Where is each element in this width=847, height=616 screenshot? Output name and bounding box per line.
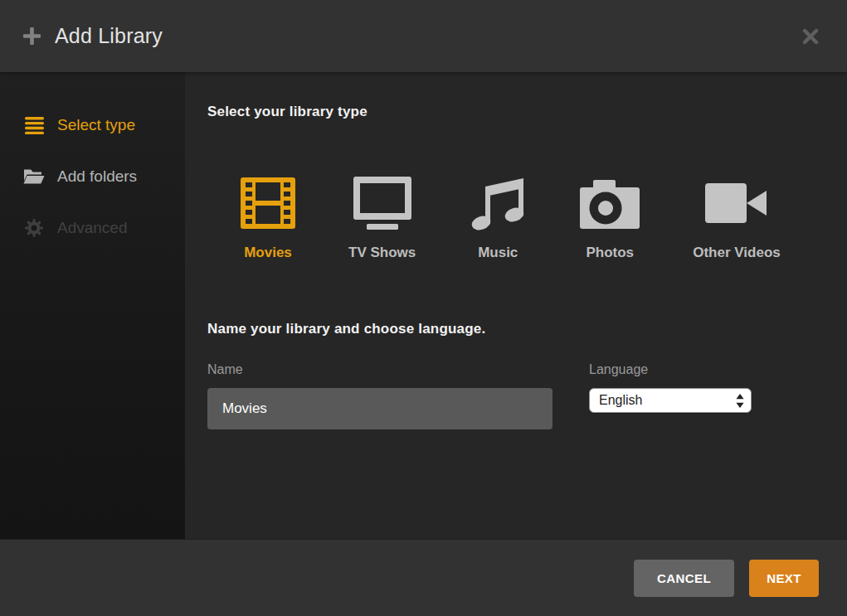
type-music[interactable]: Music (469, 175, 527, 261)
dialog-body: Select type Add folders (0, 72, 847, 539)
music-note-icon (469, 175, 527, 231)
name-label: Name (207, 362, 552, 377)
sidebar-item-label: Advanced (57, 219, 128, 237)
language-label: Language (589, 362, 752, 377)
sidebar-item-label: Select type (57, 116, 135, 134)
main-panel: Select your library type (185, 72, 847, 539)
type-label: Photos (586, 245, 634, 261)
dialog-footer: CANCEL NEXT (0, 539, 847, 616)
language-field-group: Language English (589, 362, 752, 429)
cancel-button[interactable]: CANCEL (634, 560, 734, 597)
folder-icon (23, 168, 45, 185)
dialog-header: Add Library (0, 0, 847, 72)
sidebar-item-advanced: Advanced (0, 202, 185, 254)
list-icon (23, 117, 45, 134)
type-heading: Select your library type (207, 104, 822, 120)
sidebar-item-add-folders[interactable]: Add folders (0, 151, 185, 202)
add-library-dialog: Add Library Select (0, 0, 847, 616)
next-button[interactable]: NEXT (749, 560, 819, 597)
library-name-input[interactable] (207, 388, 552, 429)
gear-icon (23, 219, 45, 237)
plus-icon (23, 27, 41, 45)
type-photos[interactable]: Photos (580, 175, 640, 261)
language-select-value: English (599, 393, 736, 408)
type-movies[interactable]: Movies (241, 175, 295, 261)
sidebar-item-label: Add folders (57, 167, 137, 186)
sidebar-item-select-type[interactable]: Select type (0, 99, 185, 151)
close-icon[interactable] (799, 25, 822, 48)
dialog-title: Add Library (55, 24, 163, 48)
video-camera-icon (705, 175, 768, 231)
form-row: Name Language English (207, 362, 822, 429)
type-other-videos[interactable]: Other Videos (693, 175, 781, 261)
select-arrows-icon (736, 394, 744, 408)
language-select[interactable]: English (589, 388, 752, 413)
form-heading: Name your library and choose language. (207, 321, 822, 337)
sidebar: Select type Add folders (0, 72, 185, 539)
type-label: Movies (244, 245, 292, 261)
type-label: Other Videos (693, 245, 781, 261)
library-type-row: Movies TV Shows (241, 175, 822, 261)
type-label: TV Shows (348, 245, 416, 261)
camera-icon (580, 175, 640, 231)
type-tv-shows[interactable]: TV Shows (348, 175, 416, 261)
tv-icon (353, 175, 411, 231)
type-label: Music (478, 245, 518, 261)
film-strip-icon (241, 175, 295, 231)
name-field-group: Name (207, 362, 552, 429)
